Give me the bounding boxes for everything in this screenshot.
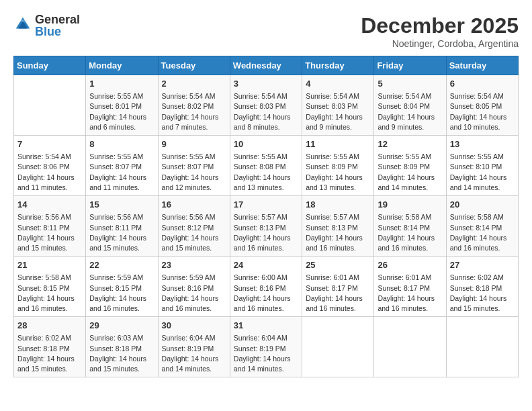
day-number: 5	[378, 78, 442, 90]
calendar-cell: 24Sunrise: 6:00 AMSunset: 8:16 PMDayligh…	[230, 257, 302, 317]
day-number: 18	[306, 199, 370, 211]
calendar-week-0: 1Sunrise: 5:55 AMSunset: 8:01 PMDaylight…	[14, 75, 519, 136]
day-info: Sunrise: 5:55 AMSunset: 8:01 PMDaylight:…	[89, 91, 154, 132]
header-wednesday: Wednesday	[230, 56, 302, 75]
day-number: 17	[234, 199, 298, 211]
day-info: Sunrise: 5:54 AMSunset: 8:06 PMDaylight:…	[17, 152, 82, 193]
logo: General Blue	[13, 13, 80, 38]
day-info: Sunrise: 5:55 AMSunset: 8:07 PMDaylight:…	[162, 152, 226, 193]
day-number: 15	[89, 199, 154, 211]
day-info: Sunrise: 5:55 AMSunset: 8:07 PMDaylight:…	[89, 152, 154, 193]
day-info: Sunrise: 5:58 AMSunset: 8:14 PMDaylight:…	[450, 212, 515, 253]
calendar-week-3: 21Sunrise: 5:58 AMSunset: 8:15 PMDayligh…	[14, 257, 519, 317]
calendar-cell: 9Sunrise: 5:55 AMSunset: 8:07 PMDaylight…	[158, 136, 230, 196]
calendar-cell: 25Sunrise: 6:01 AMSunset: 8:17 PMDayligh…	[302, 257, 374, 317]
calendar-cell: 14Sunrise: 5:56 AMSunset: 8:11 PMDayligh…	[14, 196, 86, 257]
calendar-cell	[302, 317, 374, 377]
calendar-cell: 16Sunrise: 5:56 AMSunset: 8:12 PMDayligh…	[158, 196, 230, 257]
day-info: Sunrise: 6:02 AMSunset: 8:18 PMDaylight:…	[17, 333, 82, 374]
day-info: Sunrise: 5:54 AMSunset: 8:05 PMDaylight:…	[450, 91, 515, 132]
calendar-cell	[374, 317, 446, 377]
calendar-cell: 1Sunrise: 5:55 AMSunset: 8:01 PMDaylight…	[86, 75, 158, 136]
calendar-cell: 26Sunrise: 6:01 AMSunset: 8:17 PMDayligh…	[374, 257, 446, 317]
header-row: Sunday Monday Tuesday Wednesday Thursday…	[14, 56, 519, 75]
header-friday: Friday	[374, 56, 446, 75]
day-number: 2	[162, 78, 226, 90]
day-number: 16	[162, 199, 226, 211]
day-number: 10	[234, 138, 298, 150]
calendar-cell: 5Sunrise: 5:54 AMSunset: 8:04 PMDaylight…	[374, 75, 446, 136]
header-monday: Monday	[86, 56, 158, 75]
day-number: 25	[306, 259, 370, 271]
day-number: 23	[162, 259, 226, 271]
header-saturday: Saturday	[446, 56, 518, 75]
day-info: Sunrise: 6:02 AMSunset: 8:18 PMDaylight:…	[450, 273, 515, 314]
calendar-cell	[14, 75, 86, 136]
day-info: Sunrise: 6:04 AMSunset: 8:19 PMDaylight:…	[162, 333, 226, 374]
calendar-cell: 11Sunrise: 5:55 AMSunset: 8:09 PMDayligh…	[302, 136, 374, 196]
calendar-cell: 15Sunrise: 5:56 AMSunset: 8:11 PMDayligh…	[86, 196, 158, 257]
day-number: 19	[378, 199, 442, 211]
calendar-cell: 6Sunrise: 5:54 AMSunset: 8:05 PMDaylight…	[446, 75, 518, 136]
day-info: Sunrise: 5:57 AMSunset: 8:13 PMDaylight:…	[306, 212, 370, 253]
day-number: 26	[378, 259, 442, 271]
calendar-cell: 12Sunrise: 5:55 AMSunset: 8:09 PMDayligh…	[374, 136, 446, 196]
day-info: Sunrise: 5:59 AMSunset: 8:16 PMDaylight:…	[162, 273, 226, 314]
day-info: Sunrise: 5:56 AMSunset: 8:12 PMDaylight:…	[162, 212, 226, 253]
day-number: 12	[378, 138, 442, 150]
day-info: Sunrise: 6:01 AMSunset: 8:17 PMDaylight:…	[306, 273, 370, 314]
logo-general: General	[35, 13, 80, 26]
logo-icon	[13, 15, 32, 36]
calendar-week-1: 7Sunrise: 5:54 AMSunset: 8:06 PMDaylight…	[14, 136, 519, 196]
day-number: 14	[17, 199, 82, 211]
calendar-cell: 8Sunrise: 5:55 AMSunset: 8:07 PMDaylight…	[86, 136, 158, 196]
header-thursday: Thursday	[302, 56, 374, 75]
day-number: 31	[234, 320, 298, 332]
day-number: 20	[450, 199, 515, 211]
day-info: Sunrise: 5:56 AMSunset: 8:11 PMDaylight:…	[17, 212, 82, 253]
svg-rect-2	[19, 19, 26, 21]
month-title: December 2025	[361, 13, 519, 38]
calendar-cell: 4Sunrise: 5:54 AMSunset: 8:03 PMDaylight…	[302, 75, 374, 136]
calendar-cell: 3Sunrise: 5:54 AMSunset: 8:03 PMDaylight…	[230, 75, 302, 136]
logo-text: General Blue	[35, 13, 80, 38]
calendar-cell: 13Sunrise: 5:55 AMSunset: 8:10 PMDayligh…	[446, 136, 518, 196]
day-number: 8	[89, 138, 154, 150]
day-number: 29	[89, 320, 154, 332]
calendar-cell: 20Sunrise: 5:58 AMSunset: 8:14 PMDayligh…	[446, 196, 518, 257]
header-sunday: Sunday	[14, 56, 86, 75]
day-info: Sunrise: 5:59 AMSunset: 8:15 PMDaylight:…	[89, 273, 154, 314]
header-tuesday: Tuesday	[158, 56, 230, 75]
day-info: Sunrise: 5:54 AMSunset: 8:03 PMDaylight:…	[234, 91, 298, 132]
calendar-table: Sunday Monday Tuesday Wednesday Thursday…	[13, 56, 519, 377]
day-info: Sunrise: 5:55 AMSunset: 8:09 PMDaylight:…	[306, 152, 370, 193]
day-info: Sunrise: 5:58 AMSunset: 8:14 PMDaylight:…	[378, 212, 442, 253]
day-number: 3	[234, 78, 298, 90]
day-info: Sunrise: 5:55 AMSunset: 8:08 PMDaylight:…	[234, 152, 298, 193]
logo-blue: Blue	[35, 26, 80, 38]
day-number: 24	[234, 259, 298, 271]
day-info: Sunrise: 6:03 AMSunset: 8:18 PMDaylight:…	[89, 333, 154, 374]
day-number: 28	[17, 320, 82, 332]
calendar-cell: 21Sunrise: 5:58 AMSunset: 8:15 PMDayligh…	[14, 257, 86, 317]
day-number: 7	[17, 138, 82, 150]
calendar-cell: 22Sunrise: 5:59 AMSunset: 8:15 PMDayligh…	[86, 257, 158, 317]
day-info: Sunrise: 5:56 AMSunset: 8:11 PMDaylight:…	[89, 212, 154, 253]
calendar-cell: 29Sunrise: 6:03 AMSunset: 8:18 PMDayligh…	[86, 317, 158, 377]
calendar-cell: 2Sunrise: 5:54 AMSunset: 8:02 PMDaylight…	[158, 75, 230, 136]
day-number: 6	[450, 78, 515, 90]
day-number: 22	[89, 259, 154, 271]
day-info: Sunrise: 6:04 AMSunset: 8:19 PMDaylight:…	[234, 333, 298, 374]
calendar-cell: 30Sunrise: 6:04 AMSunset: 8:19 PMDayligh…	[158, 317, 230, 377]
calendar-cell: 23Sunrise: 5:59 AMSunset: 8:16 PMDayligh…	[158, 257, 230, 317]
day-number: 21	[17, 259, 82, 271]
calendar-week-4: 28Sunrise: 6:02 AMSunset: 8:18 PMDayligh…	[14, 317, 519, 377]
day-number: 30	[162, 320, 226, 332]
title-block: December 2025 Noetinger, Cordoba, Argent…	[361, 13, 519, 49]
page-header: General Blue December 2025 Noetinger, Co…	[13, 13, 519, 49]
calendar-week-2: 14Sunrise: 5:56 AMSunset: 8:11 PMDayligh…	[14, 196, 519, 257]
day-info: Sunrise: 6:00 AMSunset: 8:16 PMDaylight:…	[234, 273, 298, 314]
day-info: Sunrise: 5:57 AMSunset: 8:13 PMDaylight:…	[234, 212, 298, 253]
day-info: Sunrise: 5:54 AMSunset: 8:02 PMDaylight:…	[162, 91, 226, 132]
location-subtitle: Noetinger, Cordoba, Argentina	[361, 38, 519, 49]
